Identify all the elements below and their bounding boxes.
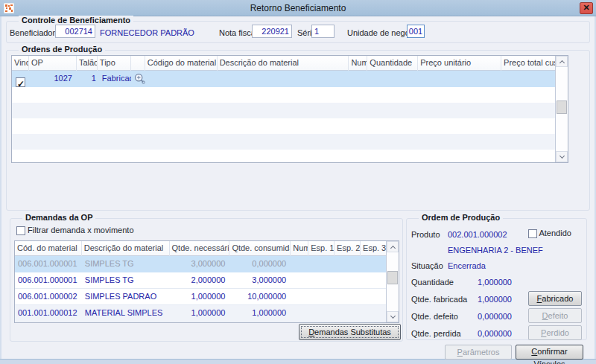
demandas-vertical-scrollbar[interactable] [386, 241, 399, 322]
chevron-up-icon [559, 60, 565, 66]
col-descricao-material[interactable]: Descrição do material [218, 56, 349, 71]
produto-label: Produto [411, 230, 440, 239]
beneficiador-name: FORNECEDOR PADRÃO [100, 28, 194, 37]
group-demandas-title: Demandas da OP [22, 213, 95, 222]
scrollbar-thumb[interactable] [557, 100, 567, 114]
col-qtde-necessaria[interactable]: Qtde. necessária [170, 241, 230, 256]
fabricado-button[interactable]: Fabricado [528, 291, 582, 306]
tipo-cell: Fabricado [98, 71, 131, 87]
demanda-row[interactable]: 001.001.000012 MATERIAL SIMPLES 1,000000… [15, 305, 386, 322]
col-tipo[interactable]: Tipo [98, 56, 131, 71]
ordens-table-header: Vinc. OP Talão Tipo Código do material D… [12, 56, 555, 71]
talao-cell: 1 [77, 71, 98, 87]
unidade-negocio-input[interactable] [407, 25, 425, 38]
titlebar: Retorno Beneficiamento ✕ [0, 0, 596, 16]
ordens-table-row[interactable]: 1027 1 Fabricado [12, 71, 555, 87]
col-num[interactable]: Num [349, 56, 367, 71]
dialog-retorno-beneficiamento: Retorno Beneficiamento ✕ Controle de Ben… [0, 0, 596, 364]
group-ordens-title: Ordens de Produção [19, 45, 105, 54]
scroll-up-button[interactable] [556, 56, 568, 67]
col-op[interactable]: OP [29, 56, 77, 71]
filtrar-demanda-label: Filtrar demanda x movimento [28, 226, 133, 234]
col-desc-material[interactable]: Descrição do material [82, 241, 170, 256]
group-ordem-producao: Ordem de Produção Produto 002.001.000002… [406, 218, 587, 340]
ordens-vertical-scrollbar[interactable] [555, 56, 568, 162]
group-demandas-op: Demandas da OP Filtrar demanda x movimen… [10, 218, 403, 342]
demandas-table-header: Cód. do material Descrição do material Q… [15, 241, 386, 256]
zoom-in-icon[interactable] [134, 77, 145, 86]
demanda-row[interactable]: 006.001.000001 SIMPLES TG 3,000000 0,000… [15, 256, 386, 272]
confirmar-vinculos-button[interactable]: Confirmar Vínculos [516, 345, 583, 360]
close-icon: ✕ [583, 3, 589, 12]
scroll-down-button[interactable] [387, 311, 399, 322]
group-controle-beneficiamento: Controle de Beneficiamento Beneficiador … [6, 21, 590, 43]
col-talao[interactable]: Talão [77, 56, 98, 71]
demanda-row[interactable]: 006.001.000002 SIMPLES PADRAO 1,000000 1… [15, 289, 386, 305]
beneficiador-code-input[interactable] [55, 25, 95, 38]
col-preco-unitario[interactable]: Preço unitário [418, 56, 501, 71]
empty-row [12, 134, 555, 150]
empty-row [12, 118, 555, 134]
parametros-button[interactable]: Parâmetros [445, 345, 512, 360]
atendido-checkbox[interactable] [528, 229, 537, 238]
window-title: Retorno Beneficiamento [0, 0, 596, 16]
serie-input[interactable] [311, 25, 335, 38]
col-cod-material[interactable]: Cód. do material [15, 241, 82, 256]
atendido-label: Atendido [539, 229, 571, 237]
beneficiador-label: Beneficiador [10, 28, 55, 37]
window-border-bottom [0, 359, 596, 364]
scroll-up-button[interactable] [387, 241, 399, 252]
chevron-down-icon [390, 313, 396, 319]
situacao-label: Situação [411, 261, 443, 270]
empty-row [12, 87, 555, 103]
chevron-up-icon [390, 246, 396, 251]
group-ordem-producao-title: Ordem de Produção [419, 213, 503, 222]
col-codigo-material[interactable]: Código do material [145, 56, 218, 71]
scrollbar-thumb[interactable] [387, 271, 398, 284]
qtde-defeito-value: 0,000000 [448, 312, 512, 321]
col-vinc[interactable]: Vinc. [12, 56, 29, 71]
group-ordens-producao: Ordens de Produção Vinc. OP Talão Tipo C… [6, 50, 590, 211]
demanda-row[interactable]: 006.001.000001 SIMPLES TG 2,000000 3,000… [15, 272, 386, 289]
produto-code: 002.001.000002 [448, 230, 507, 239]
chevron-down-icon [559, 153, 565, 159]
demandas-substitutas-button[interactable]: Demandas Substitutas [299, 324, 401, 340]
col-esp2[interactable]: Esp. 2 [335, 241, 361, 256]
demandas-table: Cód. do material Descrição do material Q… [14, 240, 399, 323]
vinculado-checkbox[interactable] [16, 77, 25, 87]
ordens-table: Vinc. OP Talão Tipo Código do material D… [11, 55, 568, 163]
col-esp1[interactable]: Esp. 1 [308, 241, 335, 256]
col-esp3[interactable]: Esp. 3 [361, 241, 386, 256]
op-cell: 1027 [29, 71, 77, 87]
group-controle-title: Controle de Beneficiamento [19, 16, 133, 25]
scroll-down-button[interactable] [556, 151, 568, 162]
nota-fiscal-input[interactable] [252, 25, 292, 38]
situacao-value: Encerrada [448, 261, 486, 270]
col-quantidade[interactable]: Quantidade [367, 56, 418, 71]
empty-row [12, 150, 555, 162]
filtrar-demanda-checkbox[interactable] [16, 226, 25, 235]
quantidade-value: 1,000000 [448, 278, 512, 287]
col-zoom[interactable] [131, 56, 145, 71]
col-qtde-consumida[interactable]: Qtde. consumida [229, 241, 291, 256]
col-preco-total[interactable]: Preço total custo [501, 56, 555, 71]
qtde-perdida-value: 0,000000 [448, 329, 512, 338]
col-num[interactable]: Num. [291, 241, 308, 256]
window-border-left [0, 16, 1, 364]
defeito-button[interactable]: Defeito [528, 308, 582, 323]
qtde-fabricada-value: 1,000000 [448, 295, 512, 304]
produto-desc: ENGENHARIA 2 - BENEF [448, 246, 543, 255]
empty-row [12, 103, 555, 118]
close-button[interactable]: ✕ [580, 2, 593, 14]
perdido-button[interactable]: Perdido [528, 325, 582, 340]
